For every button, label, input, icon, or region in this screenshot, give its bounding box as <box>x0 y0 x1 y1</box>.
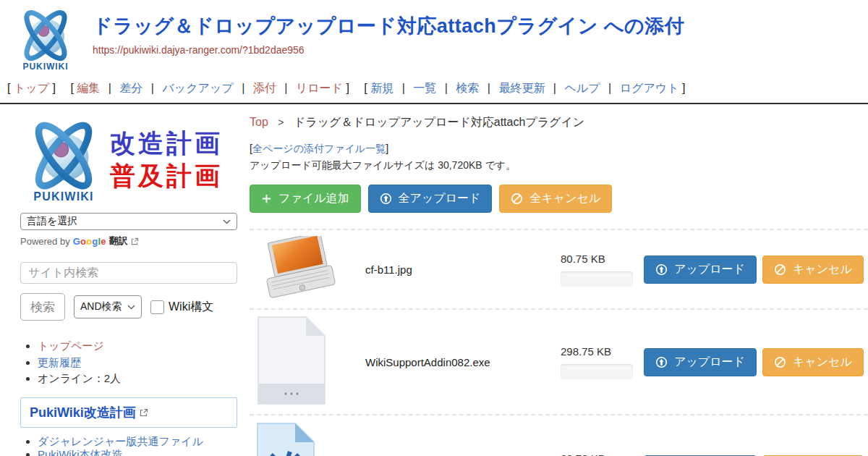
upload-circle-icon <box>655 356 668 368</box>
page: PUKIWIKI ドラッグ＆ドロップアップロード対応attachプラグイン への… <box>0 0 868 456</box>
cancel-button[interactable]: キャンセル <box>762 256 864 284</box>
add-file-button[interactable]: ファイル追加 <box>250 185 361 213</box>
page-title: ドラッグ＆ドロップアップロード対応attachプラグイン への添付 <box>93 13 684 39</box>
sidebar-site-box[interactable]: PukiWiki改造計画 <box>20 397 237 428</box>
nav-diff[interactable]: 差分 <box>119 82 142 94</box>
nav-group-page: [ 編集 | 差分 | バックアップ | 添付 | リロード ] <box>70 82 352 94</box>
breadcrumb: Top > ドラッグ＆ドロップアップロード対応attachプラグイン <box>250 115 868 130</box>
list-item: ダジャレンジャー版共通ファイル <box>38 435 237 448</box>
external-link-icon <box>131 237 139 245</box>
attach-list-line: [全ページの添付ファイル一覧] <box>250 143 868 156</box>
list-item: オンライン：2人 <box>38 371 237 387</box>
nav-recent[interactable]: 最終更新 <box>498 82 545 94</box>
ban-icon <box>774 263 786 276</box>
file-size: 60.78 KB <box>561 452 633 456</box>
cancel-all-button[interactable]: 全キャンセル <box>499 185 612 213</box>
file-name: WikiSupportAddin082.exe <box>365 356 550 368</box>
nav-edit[interactable]: 編集 <box>77 82 100 94</box>
google-translate-attribution: Powered by Google 翻訳 <box>20 235 237 248</box>
upload-button[interactable]: アップロード <box>644 256 757 284</box>
wiki-syntax-checkbox[interactable] <box>150 300 164 314</box>
file-thumbnail <box>250 316 365 408</box>
atom-logo-icon: PUKIWIKI <box>20 114 107 206</box>
site-header: PUKIWIKI ドラッグ＆ドロップアップロード対応attachプラグイン への… <box>0 0 868 76</box>
upload-circle-icon <box>655 263 668 276</box>
file-row: cf-b11.jpg 80.75 KB アップロード キャンセル <box>250 229 868 308</box>
breadcrumb-home[interactable]: Top <box>250 116 268 128</box>
list-item: トップページ <box>38 338 237 355</box>
sidebar-quick-links: トップページ 更新履歴 オンライン：2人 <box>20 338 237 387</box>
sidebar-logo[interactable]: PUKIWIKI 改造計画 普及計画 <box>20 114 237 206</box>
plus-icon <box>261 193 272 204</box>
file-row: contents.html 60.78 KB アップロード キャンセル <box>250 414 868 456</box>
svg-text:PUKIWIKI: PUKIWIKI <box>33 190 93 203</box>
external-link-icon <box>140 408 148 417</box>
wiki-syntax-option: Wiki構文 <box>150 300 213 315</box>
sidebar-link-toppage[interactable]: トップページ <box>38 339 104 352</box>
list-item: 更新履歴 <box>38 355 237 371</box>
max-upload-size-text: アップロード可能最大ファイルサイズは 30,720KB です。 <box>250 159 868 172</box>
online-count: オンライン：2人 <box>38 372 121 384</box>
google-logo: Google <box>73 236 106 247</box>
logo-word-fukyu: 普及計画 <box>110 160 223 193</box>
nav-reload[interactable]: リロード <box>296 82 343 94</box>
upload-progress-bar <box>561 364 633 379</box>
main-content: Top > ドラッグ＆ドロップアップロード対応attachプラグイン [全ページ… <box>250 114 868 456</box>
generic-file-icon <box>257 316 326 405</box>
laptop-image-thumbnail <box>257 236 339 300</box>
logo-word-kaizo: 改造計画 <box>110 127 223 161</box>
pukiwiki-logo[interactable]: PUKIWIKI <box>13 4 78 76</box>
file-name: cf-b11.jpg <box>365 263 550 276</box>
upload-circle-icon <box>380 193 392 205</box>
nav-list[interactable]: 一覧 <box>413 82 436 94</box>
sidebar-link-core-mod[interactable]: PukiWiki本体改造 <box>38 448 123 456</box>
ban-icon <box>774 356 786 368</box>
file-thumbnail <box>250 423 365 456</box>
html-file-icon <box>257 423 315 456</box>
search-mode-select[interactable]: AND検索 <box>74 295 142 318</box>
language-select[interactable]: 言語を選択 <box>20 213 237 230</box>
site-search-input[interactable] <box>20 262 237 284</box>
file-size: 80.75 KB <box>561 253 633 265</box>
breadcrumb-current: ドラッグ＆ドロップアップロード対応attachプラグイン <box>294 116 584 128</box>
nav-group-site: [ 新規 | 一覧 | 検索 | 最終更新 | ヘルプ | ログアウト ] <box>364 82 685 94</box>
cancel-button[interactable]: キャンセル <box>762 348 864 376</box>
sidebar-link-common-files[interactable]: ダジャレンジャー版共通ファイル <box>38 435 203 447</box>
sidebar-link-history[interactable]: 更新履歴 <box>38 356 81 368</box>
nav-help[interactable]: ヘルプ <box>564 82 600 94</box>
svg-text:PUKIWIKI: PUKIWIKI <box>23 62 69 72</box>
upload-button[interactable]: アップロード <box>644 348 757 376</box>
list-item: PukiWiki本体改造 <box>38 448 237 456</box>
upload-all-button[interactable]: 全アップロード <box>368 185 493 213</box>
top-nav: [ トップ ] [ 編集 | 差分 | バックアップ | 添付 | リロード ]… <box>0 76 868 104</box>
file-size: 298.75 KB <box>561 345 633 358</box>
all-attachments-link[interactable]: 全ページの添付ファイル一覧 <box>252 143 386 154</box>
nav-logout[interactable]: ログアウト <box>620 82 679 94</box>
atom-logo-icon: PUKIWIKI <box>13 4 78 73</box>
ban-icon <box>511 193 523 205</box>
nav-group-top: [ トップ ] <box>7 82 59 94</box>
chevron-down-icon <box>223 219 231 224</box>
nav-new[interactable]: 新規 <box>370 82 393 94</box>
sidebar-logo-words: 改造計画 普及計画 <box>110 127 223 193</box>
page-url-link[interactable]: https://pukiwiki.dajya-ranger.com/?1bd2d… <box>93 44 305 56</box>
sidebar-page-links: ダジャレンジャー版共通ファイル PukiWiki本体改造 PukiWikiテキス… <box>20 435 237 456</box>
nav-backup[interactable]: バックアップ <box>162 82 233 94</box>
file-row: WikiSupportAddin082.exe 298.75 KB アップロード… <box>250 308 868 414</box>
upload-progress-bar <box>561 271 633 287</box>
sidebar: PUKIWIKI 改造計画 普及計画 言語を選択 Powered by Goog… <box>20 114 237 456</box>
search-button[interactable]: 検索 <box>20 293 65 321</box>
file-thumbnail <box>250 236 365 303</box>
upload-toolbar: ファイル追加 全アップロード 全キャンセル <box>250 185 868 213</box>
chevron-down-icon <box>127 305 135 310</box>
nav-attach[interactable]: 添付 <box>253 82 276 94</box>
nav-top[interactable]: トップ <box>14 82 49 94</box>
nav-search[interactable]: 検索 <box>456 82 479 94</box>
